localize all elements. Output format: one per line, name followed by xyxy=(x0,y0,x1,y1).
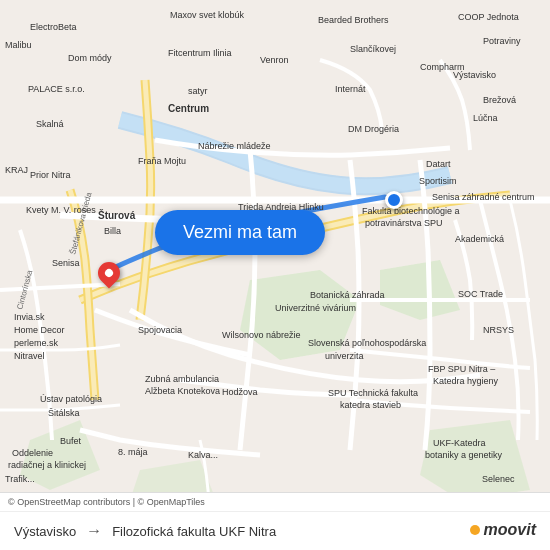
destination-dot xyxy=(385,191,403,209)
route-to: Filozofická fakulta UKF Nitra xyxy=(112,524,276,539)
moovit-text: moovit xyxy=(484,521,536,539)
route-from: Výstavisko xyxy=(14,524,76,539)
map-container: Štefánikova trieda Cintorínska Malibu El… xyxy=(0,0,550,550)
attribution: © OpenStreetMap contributors | © OpenMap… xyxy=(0,493,550,512)
location-pin xyxy=(98,262,120,284)
route-arrow: → xyxy=(86,522,102,540)
route-bar: Výstavisko → Filozofická fakulta UKF Nit… xyxy=(0,512,550,550)
map-svg: Štefánikova trieda Cintorínska xyxy=(0,0,550,550)
moovit-dot xyxy=(470,525,480,535)
bottom-bar: © OpenStreetMap contributors | © OpenMap… xyxy=(0,492,550,550)
moovit-logo: moovit xyxy=(470,521,536,539)
vezmi-ma-tam-button[interactable]: Vezmi ma tam xyxy=(155,210,325,255)
